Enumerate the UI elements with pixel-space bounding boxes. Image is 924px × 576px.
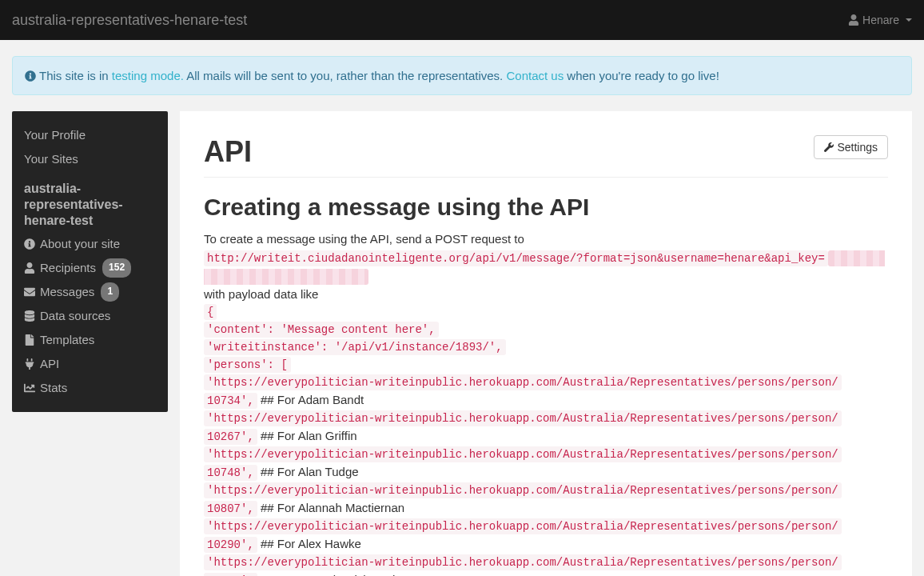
sidebar-item-stats[interactable]: Stats <box>24 378 156 398</box>
payload-code: { 'content': 'Message content here', 'wr… <box>204 303 888 576</box>
user-menu[interactable]: Henare <box>848 14 912 26</box>
plug-icon <box>24 358 35 370</box>
file-icon <box>24 334 35 346</box>
settings-button[interactable]: Settings <box>814 135 888 159</box>
payload-intro: with payload data like <box>204 286 888 304</box>
testing-mode-link[interactable]: testing mode. <box>112 69 184 82</box>
recipients-badge: 152 <box>102 258 131 277</box>
sidebar-item-messages[interactable]: Messages1 <box>24 282 156 302</box>
testing-mode-alert: This site is in testing mode. All mails … <box>12 56 912 95</box>
endpoint-line: http://writeit.ciudadanointeligente.org/… <box>204 249 888 286</box>
sidebar: Your Profile Your Sites australia-repres… <box>12 111 168 412</box>
section-title: Creating a message using the API <box>204 194 888 221</box>
user-icon <box>848 14 859 26</box>
main-content: API Settings Creating a message using th… <box>180 111 912 576</box>
user-icon <box>24 262 35 274</box>
sidebar-item-templates[interactable]: Templates <box>24 330 156 350</box>
contact-us-link[interactable]: Contact us <box>506 69 564 82</box>
navbar: australia-representatives-henare-test He… <box>0 0 924 40</box>
sidebar-item-data-sources[interactable]: Data sources <box>24 306 156 326</box>
database-icon <box>24 310 35 322</box>
sidebar-item-recipients[interactable]: Recipients152 <box>24 258 156 278</box>
page-title: API <box>204 135 252 169</box>
info-icon <box>24 238 35 250</box>
envelope-icon <box>24 286 35 298</box>
sidebar-item-about[interactable]: About your site <box>24 234 156 254</box>
sidebar-item-profile[interactable]: Your Profile <box>24 126 156 145</box>
chart-icon <box>24 382 35 394</box>
wrench-icon <box>824 142 834 152</box>
caret-down-icon <box>906 18 912 22</box>
sidebar-site-heading: australia-representatives-henare-test <box>12 171 168 232</box>
intro-text: To create a message using the API, send … <box>204 230 888 249</box>
info-icon <box>25 70 36 82</box>
sidebar-item-api[interactable]: API <box>24 354 156 374</box>
messages-badge: 1 <box>101 282 119 301</box>
endpoint-url: http://writeit.ciudadanointeligente.org/… <box>204 250 828 266</box>
navbar-brand[interactable]: australia-representatives-henare-test <box>12 12 247 29</box>
sidebar-item-sites[interactable]: Your Sites <box>24 150 156 169</box>
